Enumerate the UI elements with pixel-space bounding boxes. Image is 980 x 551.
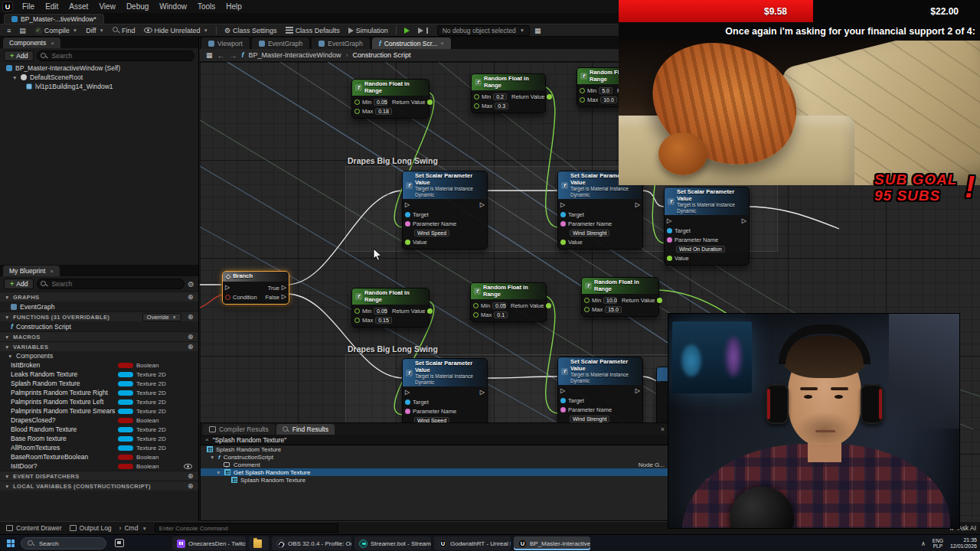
max-input[interactable]: 15.0 — [605, 306, 622, 313]
pin-parameter-name[interactable] — [405, 409, 410, 414]
pin-target[interactable] — [667, 228, 672, 233]
debug-browse-icon[interactable]: ▦ — [531, 26, 545, 35]
local-variables-section-header[interactable]: ▼ LOCAL VARIABLES (CONSTRUCTIONSCRIPT) ⊕ — [0, 481, 198, 491]
find-result-row[interactable]: Splash Random Texture — [201, 476, 669, 484]
find-result-row[interactable]: Splash Random Texture — [201, 445, 669, 453]
my-blueprint-tab[interactable]: My Blueprint × — [3, 266, 60, 276]
tab-event-graph-1[interactable]: EventGraph — [252, 37, 310, 49]
exec-in-pin[interactable]: ▷ — [405, 390, 410, 396]
menu-tools[interactable]: Tools — [192, 0, 220, 13]
console-input[interactable] — [155, 523, 338, 533]
pin-max[interactable] — [580, 97, 585, 103]
add-icon[interactable]: ⊕ — [188, 293, 194, 301]
pin-max[interactable] — [354, 109, 360, 114]
taskbar-app-unreal-blueprint[interactable]: BP_Master-InteractiveW — [514, 536, 590, 550]
pin-target[interactable] — [560, 398, 566, 403]
graph-overview-icon[interactable]: ▦ — [206, 51, 213, 59]
min-input[interactable]: 0.2 — [493, 93, 507, 100]
class-settings-button[interactable]: ⚙ Class Settings — [220, 26, 281, 35]
exec-out-pin[interactable]: ▷ — [635, 202, 640, 208]
tab-event-graph-2[interactable]: EventGraph — [312, 37, 370, 49]
min-input[interactable]: 0.05 — [374, 308, 387, 315]
exec-out-pin[interactable]: ▷ — [742, 218, 746, 224]
find-result-row[interactable]: ▼ f ConstructionScript — [201, 453, 669, 461]
taskbar-clock[interactable]: 21:35 12/01/2026 — [950, 537, 977, 549]
node-random-float-2[interactable]: fRandom Float in Range Min0.2Return Valu… — [471, 73, 546, 113]
add-icon[interactable]: ⊕ — [188, 333, 194, 341]
min-input[interactable]: 10.0 — [603, 297, 617, 304]
variable-row[interactable]: IsItBrokenBoolean — [0, 360, 198, 370]
hide-unrelated-button[interactable]: Hide Unrelated ▼ — [140, 26, 212, 35]
taskbar-app-twitch[interactable]: OnecaresDen - Twitch - — [172, 536, 246, 550]
gear-icon[interactable]: ⚙ — [188, 280, 194, 289]
false-exec-pin[interactable]: ▷ — [282, 294, 286, 300]
node-random-float-5[interactable]: fRandom Float in Range Min0.05Return Val… — [470, 282, 547, 322]
breadcrumb-root[interactable]: BP_Master-InteractiveWindow — [249, 51, 341, 59]
parameter-name-input[interactable]: Wind Speed — [414, 230, 449, 236]
expander-icon[interactable]: ▼ — [12, 75, 18, 80]
forward-icon[interactable]: → — [230, 51, 237, 60]
components-tab[interactable]: Components × — [3, 37, 60, 48]
variable-row[interactable]: AllRoomTexturesTexture 2D — [0, 443, 198, 452]
variable-row[interactable]: Palmprints Random Texture LeftTexture 2D — [0, 397, 198, 406]
components-search-input[interactable] — [37, 51, 194, 61]
compile-button[interactable]: ✓ Compile ▼ — [31, 26, 81, 35]
tab-compiler-results[interactable]: Compiler Results — [203, 424, 275, 435]
min-input[interactable]: 0.05 — [374, 99, 387, 106]
variable-row[interactable]: IsItDoor?Boolean — [0, 461, 198, 471]
windows-start-button[interactable] — [7, 540, 15, 547]
my-blueprint-search[interactable] — [37, 279, 185, 289]
add-icon[interactable]: ⊕ — [188, 482, 194, 490]
add-component-button[interactable]: + Add — [4, 51, 34, 61]
add-blueprint-item-button[interactable]: + Add — [4, 279, 34, 289]
tab-viewport[interactable]: Viewport — [201, 37, 250, 49]
exec-in-pin[interactable]: ▷ — [560, 202, 565, 208]
override-dropdown[interactable]: Override ▼ — [142, 313, 181, 321]
exec-in-pin[interactable]: ▷ — [225, 285, 230, 291]
pin-parameter-name[interactable] — [560, 407, 566, 412]
exec-in-pin[interactable]: ▷ — [405, 202, 410, 208]
variable-row[interactable]: Palmprints Random Texture SmearsTexture … — [0, 406, 198, 416]
output-log-button[interactable]: Output Log — [70, 524, 112, 532]
node-set-scalar-3[interactable]: fSet Scalar Parameter ValueTarget is Mat… — [664, 187, 750, 266]
find-result-row-selected[interactable]: ▼ Get Splash Random Texture — [201, 468, 669, 476]
max-input[interactable]: 0.3 — [495, 103, 508, 109]
functions-section-header[interactable]: ▼ FUNCTIONS (31 OVERRIDABLE) Override ▼ … — [0, 311, 198, 321]
toolbar-menu-icon[interactable]: ≡ — [3, 26, 15, 35]
language-indicator[interactable]: ENG PLP — [933, 538, 943, 549]
taskbar-app-unreal-project[interactable]: GodwrathRT - Unreal Ed — [434, 536, 511, 550]
min-input[interactable]: 0.05 — [492, 302, 506, 309]
class-defaults-button[interactable]: Class Defaults — [282, 26, 344, 35]
max-input[interactable]: 0.15 — [375, 317, 392, 324]
breadcrumb-current[interactable]: Construction Script — [353, 51, 411, 59]
back-icon[interactable]: ← — [217, 51, 225, 60]
content-drawer-button[interactable]: Content Drawer — [6, 524, 62, 532]
graphs-section-header[interactable]: ▼ GRAPHS ⊕ — [0, 292, 198, 302]
diff-button[interactable]: Diff ▼ — [82, 26, 108, 35]
max-input[interactable]: 0.18 — [375, 108, 392, 115]
taskbar-app-explorer[interactable] — [249, 536, 269, 550]
visibility-eye-icon[interactable] — [184, 464, 192, 469]
find-results-search[interactable]: × "Splash Random Texture" — [201, 435, 669, 445]
close-icon[interactable]: × — [51, 40, 54, 47]
variable-row[interactable]: BaseRoomTextureBooleanBoolean — [0, 452, 198, 461]
variable-row[interactable]: DrapesClosed?Boolean — [0, 416, 198, 425]
pin-min[interactable] — [354, 99, 360, 105]
expander-icon[interactable]: ▼ — [210, 455, 215, 460]
node-random-float-4[interactable]: fRandom Float in Range Min0.05Return Val… — [351, 288, 430, 328]
node-random-float-6[interactable]: fRandom Float in Range Min10.0Return Val… — [581, 277, 659, 317]
pin-target[interactable] — [560, 212, 566, 217]
event-dispatchers-section-header[interactable]: ▼ EVENT DISPATCHERS ⊕ — [0, 471, 198, 481]
pin-target[interactable] — [405, 399, 410, 405]
exec-out-pin[interactable]: ▷ — [480, 390, 485, 396]
cmd-dropdown[interactable]: › Cmd ▼ — [119, 524, 147, 532]
menu-window[interactable]: Window — [154, 0, 192, 13]
event-graph-item[interactable]: EventGraph — [0, 302, 198, 311]
variable-row[interactable]: Palmprints Random Texture RightTexture 2… — [0, 388, 198, 397]
tray-expand-icon[interactable]: ∧ — [921, 540, 926, 547]
save-icon[interactable]: ▤ — [15, 26, 30, 35]
pin-parameter-name[interactable] — [405, 221, 410, 227]
exec-in-pin[interactable]: ▷ — [667, 218, 671, 224]
pin-max[interactable] — [354, 318, 360, 323]
close-icon[interactable]: × — [50, 268, 54, 275]
